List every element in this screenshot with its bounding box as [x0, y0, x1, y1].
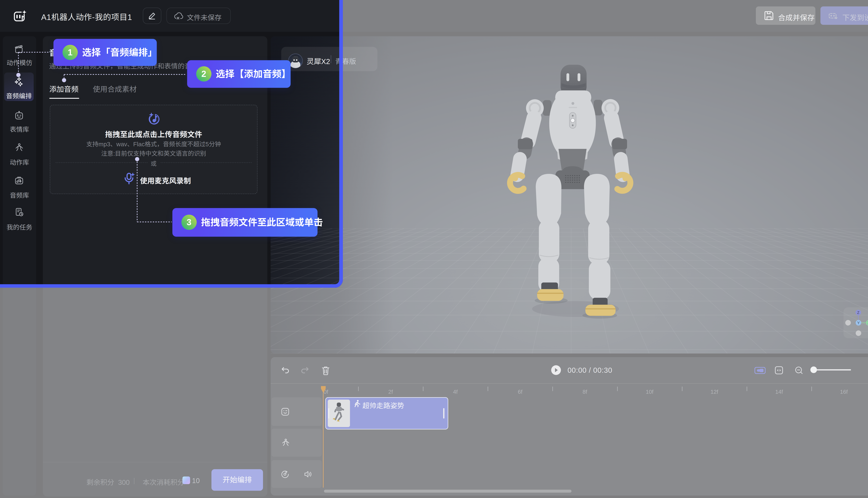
- svg-text:X: X: [867, 321, 868, 325]
- svg-text:Y: Y: [857, 321, 860, 325]
- svg-text:Z: Z: [857, 311, 859, 315]
